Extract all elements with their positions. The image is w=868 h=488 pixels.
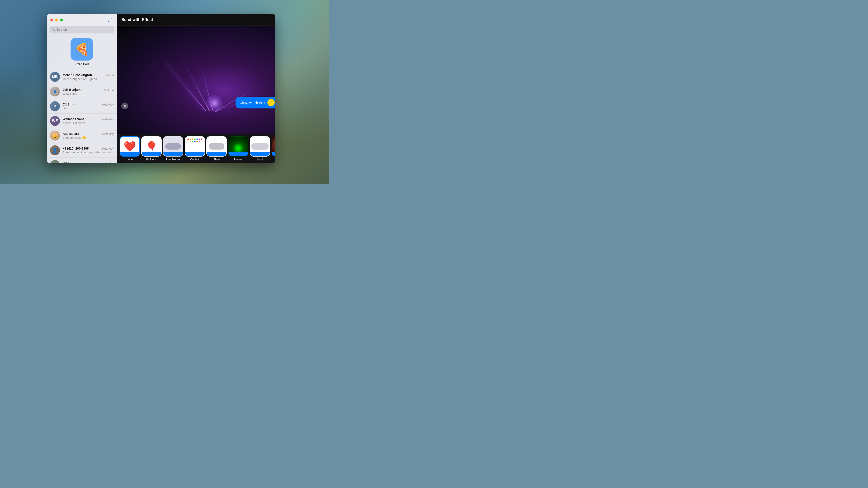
close-effect-button[interactable]: ✕	[121, 103, 128, 109]
effect-thumb-celebration	[272, 136, 275, 157]
arrow-up-icon: ↑	[270, 101, 272, 104]
contact-info-kat: Kat Ballard Yesterday Sooo precious 🤗	[63, 132, 114, 139]
avatar-phone: 👤	[50, 145, 60, 155]
effect-item-loud[interactable]: Loud	[250, 136, 270, 161]
contact-name-wallace: Wallace Evans	[63, 117, 85, 121]
search-bar: 🔍	[50, 26, 114, 33]
effect-thumb-invisible-ink	[163, 136, 183, 157]
watch-this-button[interactable]: Okay, watch this! ↑	[236, 97, 275, 108]
contact-name-phone: +1 (415) 200-1908	[63, 147, 89, 150]
avatar-jeff: 👤	[50, 87, 60, 96]
confetti-bar	[185, 152, 205, 156]
contact-preview-phone: Sorry, we don't recognize this response.…	[63, 151, 114, 154]
effect-titlebar: Send with Effect	[117, 14, 275, 26]
effect-preview-area: ✕ Okay, watch this! ↑	[117, 26, 275, 134]
compose-button[interactable]	[107, 17, 113, 23]
contact-name-78156: 78156	[63, 161, 71, 163]
effect-label-loud: Loud	[257, 158, 263, 161]
messages-window: 🔍 🍕 Pizza Pals MB Melvin Brockington	[47, 14, 275, 163]
close-button[interactable]	[51, 19, 53, 22]
maximize-button[interactable]	[60, 19, 63, 22]
contact-time-cj: Yesterday	[102, 103, 114, 106]
effect-item-balloons[interactable]: 🎈 Balloons	[141, 136, 162, 161]
contact-preview-wallace: It does! I'm hype!	[63, 121, 114, 125]
sidebar-titlebar	[47, 14, 117, 26]
contact-info-wallace: Wallace Evans Yesterday It does! I'm hyp…	[63, 117, 114, 125]
loud-bar	[250, 152, 270, 156]
contact-item-wallace[interactable]: WE Wallace Evans Yesterday It does! I'm …	[47, 113, 117, 128]
contact-info-jeff: Jeff Benjamin 6:23 PM What's up?	[63, 88, 114, 95]
contact-name-melvin: Melvin Brockington	[63, 73, 92, 77]
contact-item-phone[interactable]: 👤 +1 (415) 200-1908 Yesterday Sorry, we …	[47, 143, 117, 158]
contact-preview-jeff: What's up?	[63, 92, 114, 95]
invisible-ink-bar-display	[165, 143, 181, 150]
search-input[interactable]	[57, 28, 112, 31]
effect-thumb-lasers	[228, 136, 248, 157]
effect-panel-title: Send with Effect	[121, 18, 153, 22]
balloons-icon: 🎈	[146, 141, 157, 152]
contact-preview-cj: Lol	[63, 107, 114, 110]
loud-bubble	[251, 143, 269, 150]
traffic-lights	[51, 19, 63, 22]
effect-label-slam: Slam	[213, 158, 219, 161]
contact-time-phone: Yesterday	[102, 147, 114, 150]
contact-time-melvin: 6:26 PM	[103, 74, 114, 77]
effect-item-invisible-ink[interactable]: Invisible Ink	[163, 136, 183, 161]
invisible-ink-bar	[163, 152, 183, 156]
contact-time-wallace: Yesterday	[102, 118, 114, 121]
avatar-kat: 🐱	[50, 131, 60, 140]
effect-label-invisible-ink: Invisible Ink	[166, 158, 180, 161]
effect-item-celebration[interactable]: Celebration	[272, 136, 275, 161]
laser-background	[117, 26, 275, 134]
effect-thumb-loud	[250, 136, 270, 157]
effect-item-lasers[interactable]: Lasers	[228, 136, 248, 161]
contact-item-jeff[interactable]: 👤 Jeff Benjamin 6:23 PM What's up?	[47, 84, 117, 99]
slam-bubble	[209, 143, 224, 150]
contact-preview-melvin: Melvin laughed at "Agreed"	[63, 77, 114, 80]
effects-row: ❤️ Love 🎈 Balloons Invisible Ink	[117, 134, 275, 163]
effect-item-confetti[interactable]: Confetti	[185, 136, 205, 161]
effect-thumb-love: ❤️	[120, 136, 140, 157]
effect-label-confetti: Confetti	[190, 158, 199, 161]
effect-label-lasers: Lasers	[234, 158, 242, 161]
contact-list: MB Melvin Brockington 6:26 PM Melvin lau…	[47, 70, 117, 163]
love-bar	[120, 152, 139, 156]
balloons-bar	[142, 152, 161, 156]
search-icon: 🔍	[52, 28, 55, 31]
avatar-cj: CS	[50, 101, 60, 111]
contact-info-melvin: Melvin Brockington 6:26 PM Melvin laughe…	[63, 73, 114, 80]
contact-name-cj: CJ Smith	[63, 103, 76, 106]
featured-contact-pizza-pals[interactable]: 🍕 Pizza Pals	[47, 35, 117, 70]
contact-item-78156[interactable]: 78156 78156 Yesterday Your ShareGrid ver…	[47, 158, 117, 163]
contact-name-jeff: Jeff Benjamin	[63, 88, 84, 92]
lasers-glow	[234, 144, 243, 153]
send-up-button[interactable]: ↑	[268, 99, 275, 106]
contact-info-cj: CJ Smith Yesterday Lol	[63, 103, 114, 110]
contact-item-melvin[interactable]: MB Melvin Brockington 6:26 PM Melvin lau…	[47, 70, 117, 84]
contact-preview-kat: Sooo precious 🤗	[63, 136, 114, 139]
effect-thumb-slam	[206, 136, 227, 157]
featured-avatar: 🍕	[70, 38, 93, 61]
contact-time-jeff: 6:23 PM	[103, 88, 114, 92]
contact-item-cj[interactable]: CS CJ Smith Yesterday Lol	[47, 99, 117, 113]
effect-item-slam[interactable]: Slam	[206, 136, 227, 161]
lasers-bar	[228, 152, 248, 156]
effect-panel: Send with Effect ✕ Okay, watch this!	[117, 14, 275, 163]
sidebar: 🔍 🍕 Pizza Pals MB Melvin Brockington	[47, 14, 117, 163]
watch-button-label: Okay, watch this!	[240, 101, 265, 105]
effect-item-love[interactable]: ❤️ Love	[120, 136, 140, 161]
effect-label-balloons: Balloons	[146, 158, 157, 161]
minimize-button[interactable]	[55, 19, 58, 22]
effect-label-love: Love	[127, 158, 133, 161]
avatar-78156: 78156	[50, 160, 60, 163]
contact-info-phone: +1 (415) 200-1908 Yesterday Sorry, we do…	[63, 147, 114, 154]
contact-name-kat: Kat Ballard	[63, 132, 79, 135]
avatar-wallace: WE	[50, 116, 60, 126]
pizza-emoji: 🍕	[74, 42, 89, 56]
close-icon: ✕	[124, 104, 126, 107]
effect-thumb-confetti	[185, 136, 205, 157]
contact-time-78156: Yesterday	[102, 162, 114, 163]
heart-icon: ❤️	[124, 140, 136, 152]
featured-contact-name: Pizza Pals	[74, 62, 89, 66]
contact-item-kat[interactable]: 🐱 Kat Ballard Yesterday Sooo precious 🤗	[47, 128, 117, 143]
